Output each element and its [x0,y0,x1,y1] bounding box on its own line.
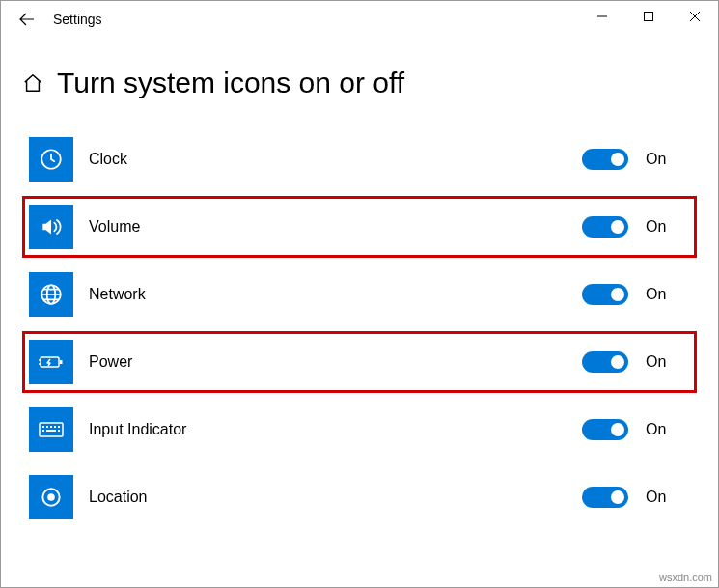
setting-row: Input IndicatorOn [29,407,690,452]
close-icon [689,11,701,22]
svg-rect-8 [46,426,48,428]
toggle-knob [611,288,624,301]
location-icon [29,475,73,519]
toggle-state-label: On [646,421,690,438]
volume-icon [29,205,73,249]
toggle-state-label: On [646,489,690,506]
minimize-button[interactable] [579,1,625,32]
toggle-state-label: On [646,218,690,236]
setting-label: Location [89,489,582,506]
minimize-icon [596,11,608,22]
toggle-switch[interactable] [582,149,628,170]
toggle-switch[interactable] [582,351,628,373]
settings-list: ClockOnVolumeOnNetworkOnPowerOnInput Ind… [1,128,718,528]
toggle-knob [611,490,624,504]
svg-rect-14 [58,430,60,432]
maximize-icon [643,11,654,22]
home-button[interactable] [22,72,43,94]
setting-label: Clock [89,151,582,168]
setting-row: VolumeOn [29,205,690,249]
toggle-state-label: On [646,353,690,371]
toggle-switch[interactable] [582,216,628,238]
power-icon [29,340,73,384]
app-title: Settings [53,12,102,27]
svg-rect-7 [42,426,44,428]
svg-point-16 [47,493,55,501]
setting-row: LocationOn [29,475,690,519]
setting-row-clock: ClockOn [22,128,697,190]
svg-rect-10 [54,426,56,428]
toggle-knob [611,423,624,436]
toggle-state-label: On [646,286,690,303]
toggle-state-label: On [646,151,690,168]
setting-row-input-indicator: Input IndicatorOn [22,399,697,461]
toggle-switch[interactable] [582,284,628,305]
svg-rect-9 [50,426,52,428]
input-indicator-icon [29,407,73,452]
setting-row: NetworkOn [29,272,690,317]
network-icon [29,272,73,317]
setting-row-volume: VolumeOn [22,196,697,258]
svg-rect-12 [42,430,44,432]
setting-row: ClockOn [29,137,690,182]
svg-rect-5 [60,360,63,364]
watermark: wsxdn.com [659,572,712,583]
toggle-knob [611,220,624,234]
clock-icon [29,137,73,182]
setting-label: Network [89,286,582,303]
back-button[interactable] [18,11,36,28]
toggle-switch[interactable] [582,419,628,440]
window-controls [579,1,718,32]
setting-row-location: LocationOn [22,466,697,528]
close-button[interactable] [672,1,718,32]
titlebar: Settings [1,1,718,38]
toggle-switch[interactable] [582,487,628,508]
page-header: Turn system icons on or off [1,38,718,128]
toggle-knob [611,153,624,166]
svg-rect-4 [41,357,59,367]
maximize-button[interactable] [625,1,672,32]
setting-row-network: NetworkOn [22,264,697,325]
page-title: Turn system icons on or off [57,67,404,99]
arrow-left-icon [19,12,35,27]
setting-label: Power [89,353,582,371]
setting-label: Input Indicator [89,421,582,438]
home-icon [22,72,43,94]
toggle-knob [611,355,624,369]
setting-label: Volume [89,218,582,236]
svg-rect-13 [46,430,56,432]
svg-rect-0 [645,13,653,21]
setting-row: PowerOn [29,340,690,384]
svg-rect-11 [58,426,60,428]
setting-row-power: PowerOn [22,331,697,393]
